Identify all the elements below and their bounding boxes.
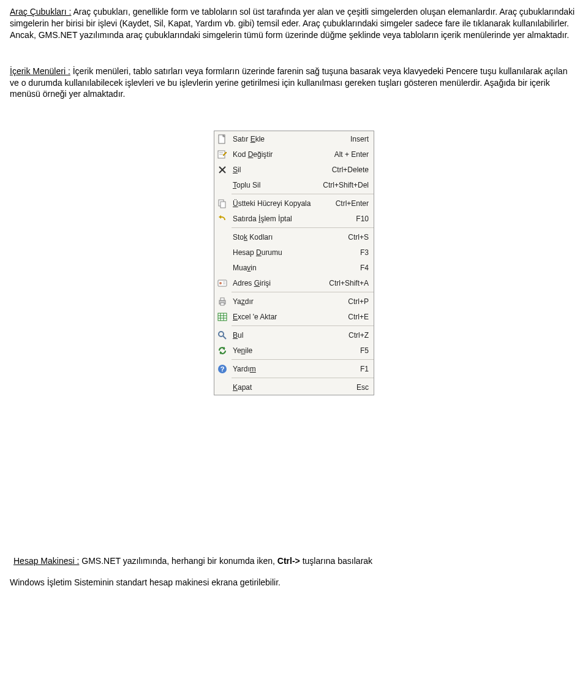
menu-separator xyxy=(214,227,374,228)
paragraph-title: Hesap Makinesi : xyxy=(13,556,79,566)
menu-item-label: Satır Ekle xyxy=(233,135,345,143)
menu-item[interactable]: SilCtrl+Delete xyxy=(214,162,374,177)
refresh-icon xyxy=(217,346,227,356)
paragraph-calculator-line2: Windows İşletim Sisteminin standart hesa… xyxy=(10,576,578,588)
help-icon: ? xyxy=(216,362,229,376)
menu-item[interactable]: ?YardımF1 xyxy=(214,361,374,376)
print-icon xyxy=(217,297,227,306)
copy-icon xyxy=(217,199,227,208)
excel-icon xyxy=(216,310,229,324)
blank-icon xyxy=(216,230,229,244)
svg-rect-16 xyxy=(221,298,224,300)
svg-rect-18 xyxy=(218,313,227,321)
help-icon: ? xyxy=(217,364,227,374)
menu-item-shortcut: Esc xyxy=(352,383,369,392)
svg-point-23 xyxy=(219,332,224,337)
paragraph-title: Araç Çubukları : xyxy=(10,7,71,17)
menu-item-shortcut: Insert xyxy=(345,135,369,143)
paragraph-title: İçerik Menüleri : xyxy=(10,66,70,76)
menu-item-label: Yardım xyxy=(233,365,355,373)
menu-item[interactable]: YazdırCtrl+P xyxy=(214,294,374,309)
delete-icon xyxy=(216,163,229,177)
menu-item-label: Adres Girişi xyxy=(233,279,324,287)
edit-icon xyxy=(217,150,227,159)
svg-rect-17 xyxy=(221,303,224,305)
menu-item-label: Bul xyxy=(233,331,344,340)
menu-item-label: Yenile xyxy=(233,346,355,355)
menu-item[interactable]: Adres GirişiCtrl+Shift+A xyxy=(214,275,374,291)
menu-item-label: Stok Kodları xyxy=(233,233,343,242)
svg-point-12 xyxy=(219,282,222,284)
print-icon xyxy=(216,295,229,308)
menu-item[interactable]: YenileF5 xyxy=(214,343,374,358)
menu-item-shortcut: F5 xyxy=(355,346,369,355)
menu-item-label: Kapat xyxy=(233,383,352,392)
delete-icon xyxy=(217,165,227,175)
undo-icon xyxy=(216,212,229,226)
svg-text:?: ? xyxy=(221,365,225,373)
shortcut-key: Ctrl-> xyxy=(277,556,300,566)
blank-icon xyxy=(216,381,229,394)
new-icon xyxy=(216,132,229,146)
menu-item-label: Yazdır xyxy=(233,297,343,306)
menu-item[interactable]: Hesap DurumuF3 xyxy=(214,245,374,260)
menu-item[interactable]: Kod DeğiştirAlt + Enter xyxy=(214,146,374,162)
edit-icon xyxy=(216,148,229,161)
paragraph-context-menus: İçerik Menüleri : İçerik menüleri, tablo… xyxy=(10,66,578,101)
menu-item[interactable]: KapatEsc xyxy=(214,379,374,395)
menu-separator xyxy=(214,325,374,326)
menu-separator xyxy=(214,359,374,360)
undo-icon xyxy=(217,214,227,224)
refresh-icon xyxy=(216,344,229,357)
blank-icon xyxy=(216,246,229,259)
search-icon xyxy=(217,330,227,340)
paragraph-text: İçerik menüleri, tablo satırları veya fo… xyxy=(10,66,567,99)
svg-marker-10 xyxy=(219,215,221,219)
svg-rect-9 xyxy=(221,202,225,208)
menu-item[interactable]: Satır EkleInsert xyxy=(214,131,374,146)
menu-separator xyxy=(214,194,374,194)
text-segment: tuşlarına basılarak xyxy=(300,556,372,566)
menu-item-label: Sil xyxy=(233,165,327,174)
menu-item-shortcut: F4 xyxy=(355,264,369,272)
menu-item-shortcut: Ctrl+E xyxy=(343,313,369,321)
menu-separator xyxy=(214,378,374,378)
menu-item[interactable]: Stok KodlarıCtrl+S xyxy=(214,229,374,245)
text-segment: GMS.NET yazılımında, herhangi bir konumd… xyxy=(79,556,277,566)
menu-item-label: Üstteki Hücreyi Kopyala xyxy=(233,199,331,208)
menu-item[interactable]: Excel 'e AktarCtrl+E xyxy=(214,309,374,324)
copy-icon xyxy=(216,197,229,210)
context-menu-example-wrapper: Satır EkleInsertKod DeğiştirAlt + EnterS… xyxy=(10,131,578,395)
menu-item-shortcut: F3 xyxy=(355,248,369,257)
menu-item-shortcut: Ctrl+Z xyxy=(344,331,369,340)
menu-item-shortcut: F1 xyxy=(355,365,369,373)
menu-item-shortcut: Ctrl+Shift+A xyxy=(324,279,369,287)
menu-item-label: Hesap Durumu xyxy=(233,248,355,257)
menu-separator xyxy=(214,292,374,292)
address-card-icon xyxy=(217,278,227,288)
address-icon xyxy=(216,276,229,290)
blank-icon xyxy=(216,178,229,192)
menu-item[interactable]: BulCtrl+Z xyxy=(214,327,374,343)
menu-item-label: Excel 'e Aktar xyxy=(233,313,343,321)
menu-item-shortcut: Ctrl+P xyxy=(343,297,369,306)
menu-item-shortcut: Alt + Enter xyxy=(330,150,369,159)
menu-item-label: Kod Değiştir xyxy=(233,150,330,159)
menu-item-shortcut: Ctrl+Delete xyxy=(327,165,369,174)
menu-item[interactable]: MuavinF4 xyxy=(214,260,374,275)
paragraph-toolbars: Araç Çubukları : Araç çubukları, genelli… xyxy=(10,6,578,41)
menu-item-shortcut: Ctrl+Enter xyxy=(331,199,369,208)
menu-item-label: Muavin xyxy=(233,264,355,272)
context-menu: Satır EkleInsertKod DeğiştirAlt + EnterS… xyxy=(214,131,374,395)
menu-item[interactable]: Toplu SilCtrl+Shift+Del xyxy=(214,177,374,192)
excel-icon xyxy=(217,312,227,322)
menu-item-label: Toplu Sil xyxy=(233,181,318,189)
paragraph-text: Araç çubukları, genellikle form ve tablo… xyxy=(10,7,575,40)
menu-item-shortcut: Ctrl+Shift+Del xyxy=(318,181,369,189)
new-document-icon xyxy=(217,134,227,144)
menu-item[interactable]: Satırda İşlem İptalF10 xyxy=(214,211,374,226)
menu-item[interactable]: Üstteki Hücreyi KopyalaCtrl+Enter xyxy=(214,196,374,211)
menu-item-shortcut: Ctrl+S xyxy=(343,233,369,242)
menu-item-shortcut: F10 xyxy=(351,215,369,223)
menu-item-label: Satırda İşlem İptal xyxy=(233,215,351,223)
